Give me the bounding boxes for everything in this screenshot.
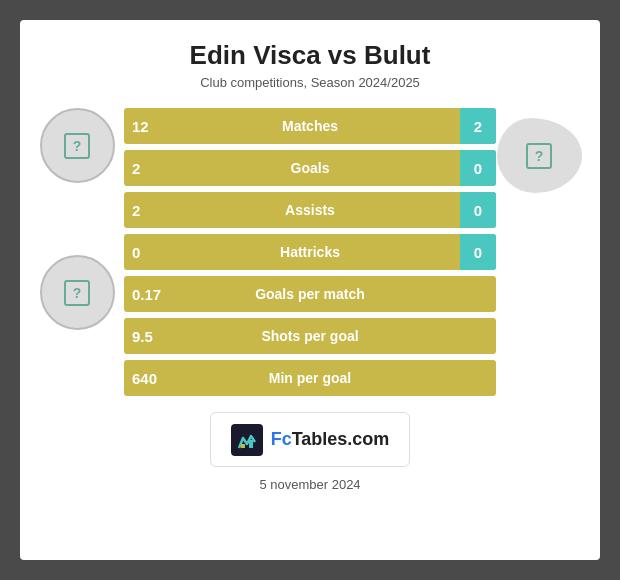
logo-text: FcTables.com [271, 429, 390, 450]
stat-label: Min per goal [124, 370, 496, 386]
stat-right-value: 2 [460, 108, 496, 144]
stat-label: Shots per goal [124, 328, 496, 344]
stat-label: Hattricks [124, 244, 496, 260]
stat-label: Matches [124, 118, 496, 134]
fctables-logo-icon [231, 424, 263, 456]
avatar-question-icon: ? [64, 133, 90, 159]
page-subtitle: Club competitions, Season 2024/2025 [36, 75, 584, 90]
stat-label: Goals per match [124, 286, 496, 302]
svg-rect-2 [249, 440, 253, 448]
avatar-question-icon-right: ? [526, 143, 552, 169]
stat-right-value: 0 [460, 234, 496, 270]
page-title: Edin Visca vs Bulut [36, 40, 584, 71]
svg-rect-0 [231, 424, 263, 456]
stat-bar-row: 2 Assists 0 [124, 192, 496, 228]
avatar-left-2: ? [40, 255, 115, 330]
logo-area: FcTables.com [210, 412, 410, 467]
avatar-question-icon-2: ? [64, 280, 90, 306]
stat-single-row: 640 Min per goal [124, 360, 496, 396]
stat-right-value: 0 [460, 192, 496, 228]
stat-single-row: 0.17 Goals per match [124, 276, 496, 312]
stat-label: Goals [124, 160, 496, 176]
stat-right-value: 0 [460, 150, 496, 186]
date-label: 5 november 2024 [36, 477, 584, 492]
avatar-right: ? [497, 118, 582, 193]
avatar-left-1: ? [40, 108, 115, 183]
svg-rect-1 [241, 444, 245, 448]
logo-fc: Fc [271, 429, 292, 449]
stat-bar-row: 2 Goals 0 [124, 150, 496, 186]
stat-bar-row: 12 Matches 2 [124, 108, 496, 144]
stat-label: Assists [124, 202, 496, 218]
stat-bar-row: 0 Hattricks 0 [124, 234, 496, 270]
comparison-card: Edin Visca vs Bulut Club competitions, S… [20, 20, 600, 560]
logo-tables: Tables.com [292, 429, 390, 449]
stat-single-row: 9.5 Shots per goal [124, 318, 496, 354]
stats-bars: 12 Matches 2 2 Goals 0 2 Assists 0 0 Hat… [124, 108, 496, 396]
